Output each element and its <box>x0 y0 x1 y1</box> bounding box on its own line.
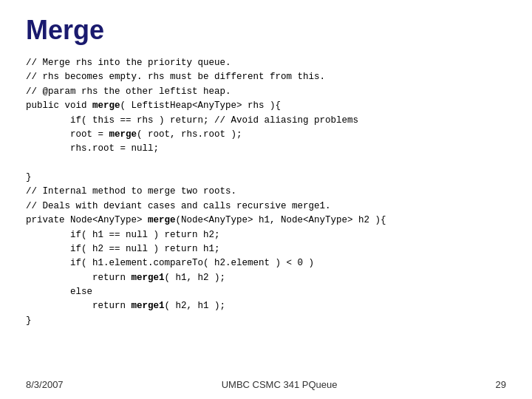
code-line-6: root = merge( root, rhs.root ); <box>26 129 242 140</box>
code-line-7: rhs.root = null; <box>26 143 159 154</box>
code-line-1: // Merge rhs into the priority queue. <box>26 58 231 68</box>
code-line-16: else <box>26 287 92 297</box>
footer: 8/3/2007 UMBC CSMC 341 PQueue 29 <box>0 379 532 390</box>
slide-title: Merge <box>26 15 506 46</box>
code-line-3: // @param rhs the other leftist heap. <box>26 86 231 97</box>
code-line-8: } <box>26 172 32 183</box>
code-line-15: return merge1( h1, h2 ); <box>26 273 225 283</box>
footer-center: UMBC CSMC 341 PQueue <box>222 379 338 390</box>
code-line-14: if( h1.element.compareTo( h2.element ) <… <box>26 258 314 268</box>
code-line-13: if( h2 == null ) return h1; <box>26 244 220 254</box>
footer-date: 8/3/2007 <box>26 379 64 390</box>
code-line-9: // Internal method to merge two roots. <box>26 186 236 197</box>
code-line-4: public void merge( LeftistHeap<AnyType> … <box>26 100 281 111</box>
code-line-5: if( this == rhs ) return; // Avoid alias… <box>26 115 358 126</box>
code-line-17: return merge1( h2, h1 ); <box>26 301 225 311</box>
code-block: // Merge rhs into the priority queue. //… <box>26 56 506 328</box>
code-line-11: private Node<AnyType> merge(Node<AnyType… <box>26 215 386 225</box>
code-line-10: // Deals with deviant cases and calls re… <box>26 201 331 211</box>
slide: Merge // Merge rhs into the priority que… <box>0 0 532 399</box>
code-line-2: // rhs becomes empty. rhs must be differ… <box>26 72 325 82</box>
code-line-12: if( h1 == null ) return h2; <box>26 230 220 240</box>
code-line-18: } <box>26 316 32 326</box>
footer-page: 29 <box>496 379 506 390</box>
